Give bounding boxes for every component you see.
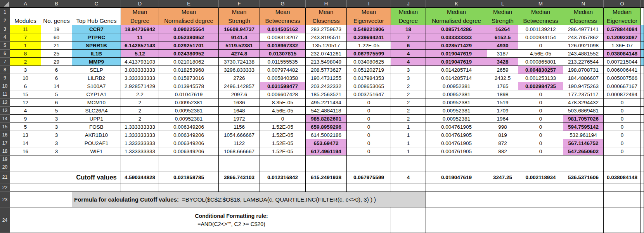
cell-E8[interactable]: 0.018253968 bbox=[159, 66, 219, 74]
row-header-5[interactable]: 5 bbox=[0, 41, 10, 50]
cell-M24[interactable] bbox=[518, 207, 563, 233]
cell-B20[interactable] bbox=[41, 163, 72, 171]
cell-P13-partial[interactable] bbox=[641, 107, 644, 115]
cell-A13[interactable]: 4 bbox=[10, 107, 41, 115]
cell-D3[interactable]: 18.94736842 bbox=[121, 25, 159, 33]
cell-N14[interactable]: 981.7057026 bbox=[563, 115, 604, 123]
cell-L13[interactable]: 1709 bbox=[487, 107, 518, 115]
cell-C22[interactable] bbox=[72, 183, 121, 192]
cell-I1[interactable]: Mean bbox=[347, 8, 391, 16]
cell-C14[interactable]: UPP1 bbox=[72, 115, 121, 123]
cell-E21[interactable]: 0.021858785 bbox=[159, 171, 219, 183]
cell-I5[interactable]: 1.22E-05 bbox=[347, 41, 391, 50]
cell-P6-partial[interactable] bbox=[641, 50, 644, 58]
cell-D7[interactable]: 4.413793103 bbox=[121, 58, 159, 66]
cell-E10[interactable]: 0.013945578 bbox=[159, 82, 219, 90]
cell-F10[interactable]: 2496.142857 bbox=[219, 82, 260, 90]
cell-J11[interactable]: 2 bbox=[391, 90, 426, 98]
cell-O15[interactable]: 0 bbox=[604, 123, 641, 131]
cell-J12[interactable]: 2 bbox=[391, 98, 426, 107]
cell-F22[interactable] bbox=[219, 183, 260, 192]
cell-P11-partial[interactable] bbox=[641, 90, 644, 98]
cell-F11[interactable]: 2097.6 bbox=[219, 90, 260, 98]
column-header-J[interactable]: J bbox=[391, 0, 426, 8]
column-header-D[interactable]: D bbox=[121, 0, 159, 8]
cell-D8[interactable]: 3.833333333 bbox=[121, 66, 159, 74]
cell-G21[interactable]: 0.012316842 bbox=[260, 171, 306, 183]
cell-I6[interactable]: 0.067975599 bbox=[347, 50, 391, 58]
cell-I18[interactable]: 0 bbox=[347, 147, 391, 155]
cell-G1[interactable]: Mean bbox=[260, 8, 306, 16]
cell-G6[interactable]: 0.01307815 bbox=[260, 50, 306, 58]
cell-O13[interactable]: 0 bbox=[604, 107, 641, 115]
cell-G8[interactable]: 0.007974482 bbox=[260, 66, 306, 74]
cell-F1[interactable]: Mean bbox=[219, 8, 260, 16]
cell-N1[interactable]: Median bbox=[563, 8, 604, 16]
cell-L2[interactable]: Strength bbox=[487, 16, 518, 25]
cell-K12[interactable]: 0.00952381 bbox=[426, 98, 487, 107]
cell-G12[interactable]: 8.35E-05 bbox=[260, 98, 306, 107]
row-header-10[interactable]: 10 bbox=[0, 82, 10, 90]
cell-I9[interactable]: 0.017984353 bbox=[347, 74, 391, 82]
cell-M7[interactable]: 0.000865801 bbox=[518, 58, 563, 66]
cell-A3[interactable]: 11 bbox=[10, 25, 41, 33]
cell-M12[interactable]: 0 bbox=[518, 98, 563, 107]
cell-B22[interactable] bbox=[41, 183, 72, 192]
cell-C15[interactable]: FOSB bbox=[72, 123, 121, 131]
cell-O7[interactable]: 0.007215044 bbox=[604, 58, 641, 66]
cell-C1[interactable] bbox=[72, 8, 121, 16]
cell-C18[interactable]: WIF1 bbox=[72, 147, 121, 155]
cell-O6[interactable]: 0.038084148 bbox=[604, 50, 641, 58]
cell-D1[interactable]: Mean bbox=[121, 8, 159, 16]
cell-K1[interactable]: Median bbox=[426, 8, 487, 16]
column-header-partial[interactable] bbox=[641, 0, 644, 8]
cell-K16[interactable]: 0.004761905 bbox=[426, 131, 487, 139]
cell-O17[interactable]: 0 bbox=[604, 139, 641, 147]
cell-M11[interactable]: 0 bbox=[518, 90, 563, 98]
cell-E20[interactable] bbox=[159, 163, 219, 171]
cell-B1[interactable] bbox=[41, 8, 72, 16]
cell-F13[interactable]: 1648 bbox=[219, 107, 260, 115]
cell-J3[interactable]: 18 bbox=[391, 25, 426, 33]
cell-M4[interactable]: 0.000934154 bbox=[518, 33, 563, 41]
cell-A7[interactable]: 2 bbox=[10, 58, 41, 66]
cell-B19[interactable] bbox=[41, 155, 72, 163]
cell-P18-partial[interactable] bbox=[641, 147, 644, 155]
cell-N13[interactable]: 503.6869481 bbox=[563, 107, 604, 115]
cell-K7[interactable]: 0.019047619 bbox=[426, 58, 487, 66]
cell-C8[interactable]: SELP bbox=[72, 66, 121, 74]
cell-F16[interactable]: 1054.666667 bbox=[219, 131, 260, 139]
cell-O5[interactable]: 1.36E-07 bbox=[604, 41, 641, 50]
cell-L4[interactable]: 6152.5 bbox=[487, 33, 518, 41]
cell-K20[interactable] bbox=[426, 163, 487, 171]
cell-N19[interactable] bbox=[563, 155, 604, 163]
cell-K9[interactable]: 0.014285714 bbox=[426, 74, 487, 82]
cell-D19[interactable] bbox=[121, 155, 159, 163]
cell-H11[interactable]: 185.2563521 bbox=[306, 90, 347, 98]
cell-B4[interactable]: 60 bbox=[41, 33, 72, 41]
cell-G11[interactable]: 0.006607428 bbox=[260, 90, 306, 98]
cell-D6[interactable]: 5.12 bbox=[121, 50, 159, 58]
cell-O22[interactable] bbox=[604, 183, 641, 192]
cell-I17[interactable]: 0 bbox=[347, 139, 391, 147]
cell-L8[interactable]: 2659 bbox=[487, 66, 518, 74]
cell-C13[interactable]: SLC26A4 bbox=[72, 107, 121, 115]
cell-O20[interactable] bbox=[604, 163, 641, 171]
cell-F6[interactable]: 4274.8 bbox=[219, 50, 260, 58]
cell-F17[interactable]: 1122 bbox=[219, 139, 260, 147]
column-header-A[interactable]: A bbox=[10, 0, 41, 8]
cell-B10[interactable]: 14 bbox=[41, 82, 72, 90]
cell-M22[interactable] bbox=[518, 183, 563, 192]
cell-N15[interactable]: 594.7595142 bbox=[563, 123, 604, 131]
cell-E22[interactable] bbox=[159, 183, 219, 192]
cell-P17-partial[interactable] bbox=[641, 139, 644, 147]
row-header-8[interactable]: 8 bbox=[0, 66, 10, 74]
cell-O3[interactable]: 0.578844084 bbox=[604, 25, 641, 33]
cell-L9[interactable]: 2432.5 bbox=[487, 74, 518, 82]
cell-B23[interactable] bbox=[41, 192, 72, 207]
cell-B11[interactable]: 5 bbox=[41, 90, 72, 98]
cell-M17[interactable]: 0 bbox=[518, 139, 563, 147]
cell-D10[interactable]: 2.928571429 bbox=[121, 82, 159, 90]
row-header-14[interactable]: 14 bbox=[0, 115, 10, 123]
cell-G20[interactable] bbox=[260, 163, 306, 171]
